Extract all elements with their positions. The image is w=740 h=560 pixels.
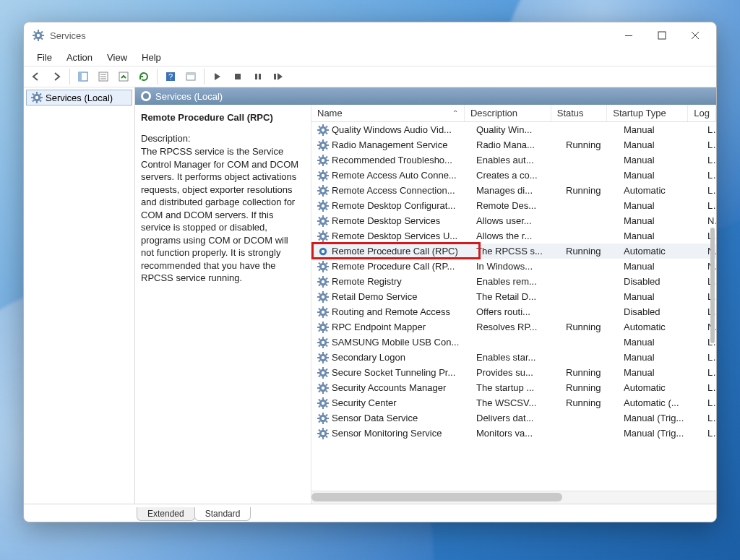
service-row[interactable]: Remote Access Auto Conne...Creates a co.… <box>311 168 716 183</box>
menu-action[interactable]: Action <box>59 51 100 64</box>
service-name: Security Center <box>332 397 397 408</box>
sort-indicator-icon: ⌃ <box>452 109 458 117</box>
service-row[interactable]: Security CenterThe WSCSV...RunningAutoma… <box>311 395 716 410</box>
restart-service-button[interactable] <box>269 67 288 86</box>
service-description: The startup ... <box>470 382 560 393</box>
stop-service-button[interactable] <box>228 67 247 86</box>
toolbar: ? <box>24 66 716 87</box>
service-name: Remote Procedure Call (RP... <box>332 261 455 272</box>
window-title: Services <box>50 30 612 41</box>
back-button[interactable] <box>27 67 46 86</box>
service-icon <box>317 306 329 318</box>
svg-rect-26 <box>186 73 195 75</box>
svg-text:?: ? <box>168 72 173 81</box>
service-name: Remote Desktop Services <box>332 215 440 226</box>
show-hide-tree-button[interactable] <box>74 67 92 86</box>
service-row[interactable]: Remote Desktop Services U...Allows the r… <box>311 228 716 244</box>
start-service-button[interactable] <box>208 67 227 86</box>
service-description: Allows the r... <box>470 231 560 241</box>
service-row[interactable]: Retail Demo ServiceThe Retail D...Manual… <box>311 289 716 304</box>
service-logon: Loca <box>702 185 716 196</box>
selected-service-name: Remote Procedure Call (RPC) <box>141 112 304 123</box>
vertical-scrollbar[interactable] <box>710 228 715 343</box>
service-row[interactable]: Sensor Monitoring ServiceMonitors va...M… <box>311 426 716 441</box>
service-row[interactable]: Remote Procedure Call (RP...In Windows..… <box>311 259 716 274</box>
service-row[interactable]: Radio Management ServiceRadio Mana...Run… <box>311 137 716 152</box>
pause-service-button[interactable] <box>249 67 267 86</box>
menu-help[interactable]: Help <box>134 51 168 64</box>
services-window: Services File Action View Help ? Service… <box>23 22 717 522</box>
service-description: The RPCSS s... <box>470 246 560 257</box>
list-rows[interactable]: Quality Windows Audio Vid...Quality Win.… <box>311 122 716 491</box>
service-row[interactable]: Secure Socket Tunneling Pr...Provides su… <box>311 365 716 380</box>
help-button[interactable]: ? <box>161 67 180 86</box>
service-startup: Manual <box>618 291 702 302</box>
service-row[interactable]: Remote Access Connection...Manages di...… <box>311 183 716 198</box>
service-row[interactable]: SAMSUNG Mobile USB Con...ManualLoca <box>311 335 716 350</box>
column-logon[interactable]: Log <box>688 105 716 121</box>
service-row[interactable]: Recommended Troublesho...Enables aut...M… <box>311 152 716 168</box>
service-row[interactable]: Remote Desktop Configurat...Remote Des..… <box>311 198 716 213</box>
service-name: Radio Management Service <box>332 139 447 150</box>
service-startup: Automatic <box>618 185 702 196</box>
service-name: Sensor Monitoring Service <box>332 428 442 439</box>
service-name: SAMSUNG Mobile USB Con... <box>332 337 459 348</box>
minimize-button[interactable] <box>612 25 645 46</box>
service-icon <box>317 367 329 379</box>
service-row[interactable]: Secondary LogonEnables star...ManualLoca <box>311 350 716 365</box>
service-row[interactable]: Remote Procedure Call (RPC)The RPCSS s..… <box>311 244 716 259</box>
forward-button[interactable] <box>47 67 66 86</box>
service-list: Name⌃ Description Status Startup Type Lo… <box>311 105 716 504</box>
service-description: Remote Des... <box>470 200 560 211</box>
column-name[interactable]: Name⌃ <box>311 105 465 121</box>
service-row[interactable]: Security Accounts ManagerThe startup ...… <box>311 380 716 395</box>
service-name: Remote Registry <box>332 276 402 287</box>
service-logon: Loca <box>702 367 716 378</box>
horizontal-scrollbar[interactable] <box>311 491 716 504</box>
service-row[interactable]: Routing and Remote AccessOffers routi...… <box>311 304 716 319</box>
detail-panel: Remote Procedure Call (RPC) Description:… <box>135 105 311 504</box>
tree-root-item[interactable]: Services (Local) <box>26 90 132 105</box>
scrollbar-thumb[interactable] <box>311 493 562 501</box>
service-description: Offers routi... <box>470 306 560 317</box>
view-tabs: Extended Standard <box>24 504 716 522</box>
service-name: Remote Access Connection... <box>332 185 455 196</box>
svg-rect-27 <box>235 74 241 79</box>
column-startup[interactable]: Startup Type <box>607 105 688 121</box>
service-icon <box>317 397 329 409</box>
menu-view[interactable]: View <box>100 51 134 64</box>
column-status[interactable]: Status <box>551 105 608 121</box>
list-header: Name⌃ Description Status Startup Type Lo… <box>311 105 716 122</box>
toolbar-extra-button[interactable] <box>181 67 200 86</box>
service-icon <box>317 276 329 288</box>
service-logon: Loca <box>702 397 716 408</box>
service-logon: Loca <box>702 428 716 439</box>
export-button[interactable] <box>114 67 133 86</box>
service-icon <box>317 124 329 136</box>
tab-extended[interactable]: Extended <box>137 507 195 521</box>
svg-rect-12 <box>625 35 632 36</box>
titlebar[interactable]: Services <box>24 22 716 48</box>
pane-header: Services (Local) <box>135 87 716 105</box>
tree-pane: Services (Local) <box>24 87 135 504</box>
service-row[interactable]: Quality Windows Audio Vid...Quality Win.… <box>311 122 716 137</box>
right-pane: Services (Local) Remote Procedure Call (… <box>135 87 716 504</box>
services-icon <box>31 92 43 103</box>
service-status: Running <box>560 246 618 257</box>
service-row[interactable]: RPC Endpoint MapperResolves RP...Running… <box>311 319 716 335</box>
service-row[interactable]: Remote RegistryEnables rem...DisabledLoc… <box>311 274 716 289</box>
refresh-button[interactable] <box>134 67 153 86</box>
tab-standard[interactable]: Standard <box>194 507 251 521</box>
service-name: Routing and Remote Access <box>332 306 450 317</box>
menu-file[interactable]: File <box>30 51 59 64</box>
properties-button[interactable] <box>94 67 113 86</box>
service-row[interactable]: Remote Desktop ServicesAllows user...Man… <box>311 213 716 228</box>
service-description: Delivers dat... <box>470 413 560 423</box>
svg-point-31 <box>143 93 149 99</box>
service-row[interactable]: Sensor Data ServiceDelivers dat...Manual… <box>311 410 716 426</box>
close-button[interactable] <box>679 25 712 46</box>
svg-rect-30 <box>274 74 276 79</box>
maximize-button[interactable] <box>645 25 679 46</box>
column-description[interactable]: Description <box>465 105 551 121</box>
app-icon <box>33 30 44 41</box>
